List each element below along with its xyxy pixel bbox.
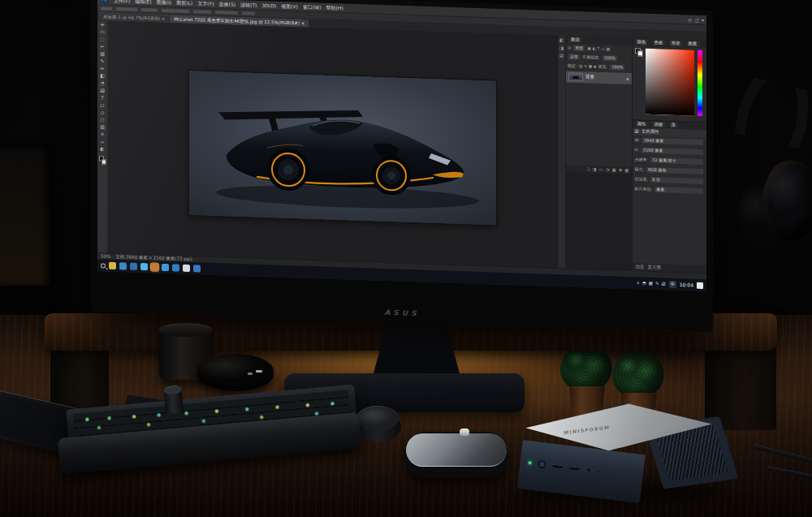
- color-panel-tab[interactable]: 颜色: [635, 39, 649, 45]
- menu-item[interactable]: 文字(Y): [195, 0, 216, 8]
- options-control[interactable]: [162, 9, 189, 13]
- opacity-value[interactable]: 100%: [602, 54, 618, 62]
- options-control[interactable]: [141, 8, 158, 12]
- properties-footer-tab[interactable]: 信息: [636, 265, 645, 269]
- menu-item[interactable]: 编辑(E): [132, 0, 153, 6]
- collapsed-panel-icon[interactable]: ◧: [559, 38, 564, 43]
- layers-footer-icon[interactable]: ◨: [592, 167, 596, 172]
- usb-c-port: [569, 466, 580, 471]
- color-panel-tabs: 颜色色板渐变图案: [633, 38, 706, 48]
- collapsed-panel-icon[interactable]: ▤: [559, 54, 564, 58]
- tool-icon[interactable]: ◐: [100, 146, 104, 153]
- lock-label: 锁定:: [568, 63, 577, 67]
- menu-item[interactable]: 帮助(H): [324, 3, 346, 12]
- menu-item[interactable]: 文件(F): [111, 0, 132, 5]
- notifications-icon[interactable]: [697, 282, 703, 288]
- layers-footer-icon[interactable]: ✚: [619, 168, 623, 173]
- fill-value[interactable]: 100%: [609, 63, 625, 71]
- workspace-icon[interactable]: ◫: [694, 17, 699, 22]
- color-panel-tab[interactable]: 图案: [686, 41, 700, 47]
- options-control[interactable]: [242, 11, 255, 15]
- workspace-icon[interactable]: ◎: [688, 17, 692, 22]
- tray-icon[interactable]: ▦: [649, 282, 653, 287]
- options-control[interactable]: [193, 10, 211, 14]
- zoom-level[interactable]: 50%: [101, 254, 110, 259]
- width-label: W:: [635, 138, 640, 142]
- properties-footer-tab[interactable]: 直方图: [648, 265, 662, 269]
- app-light[interactable]: [183, 265, 190, 272]
- speaker-silhouette: [0, 148, 50, 286]
- layers-column: 图层 ◎ 类型 ▣ ◐ T ▭ ▦ 正常 不透明度: 100%: [566, 36, 633, 270]
- menu-item[interactable]: 视图(V): [279, 2, 300, 11]
- plant-foliage: [612, 351, 664, 399]
- options-control[interactable]: [215, 11, 238, 15]
- ime-indicator[interactable]: 中: [669, 281, 676, 288]
- ruler-label: 标尺单位:: [635, 187, 653, 192]
- layer-filter-select[interactable]: 类型: [572, 45, 585, 53]
- layer-filter-type-icons[interactable]: ▣ ◐ T ▭ ▦: [587, 46, 610, 51]
- taskbar-apps: [109, 262, 201, 273]
- properties-panel-tab[interactable]: 库: [669, 122, 679, 128]
- photoshop-toolbar: ✛▭◌✂▨✎✏◧◔▤T◻◇○▥✕▱◐: [97, 20, 108, 252]
- app-explorer[interactable]: [109, 262, 116, 269]
- color-panel-tab[interactable]: 渐变: [669, 40, 683, 46]
- properties-panel-tab[interactable]: 调整: [652, 122, 666, 128]
- tray-icon[interactable]: ∧: [637, 281, 640, 286]
- tray-icon[interactable]: ◓: [642, 281, 646, 286]
- taskbar-clock[interactable]: 10:04: [680, 282, 693, 288]
- menu-item[interactable]: 3D(D): [259, 1, 279, 10]
- app-photoshop[interactable]: [151, 263, 158, 270]
- search-icon[interactable]: [101, 263, 106, 268]
- options-tool-preset[interactable]: [101, 6, 112, 10]
- foreground-background-swatch[interactable]: [99, 156, 106, 164]
- mini-pc: MINISFORUM: [516, 403, 724, 502]
- app-mail[interactable]: [130, 263, 137, 270]
- saturation-brightness-field[interactable]: [646, 49, 695, 116]
- layers-footer-icon[interactable]: ▭: [598, 167, 603, 172]
- menu-item[interactable]: 图层(L): [174, 0, 195, 7]
- menu-item[interactable]: 选择(S): [217, 0, 239, 9]
- control-dial: [354, 404, 401, 445]
- blend-mode-select[interactable]: 正常: [568, 53, 581, 61]
- menu-item[interactable]: 窗口(W): [300, 2, 324, 11]
- app-edge[interactable]: [119, 262, 127, 269]
- tray-icon[interactable]: ✎: [655, 282, 659, 287]
- lock-icons[interactable]: ▨ ✛ ▣ ▪: [579, 64, 597, 69]
- properties-panel-tab[interactable]: 属性: [635, 121, 649, 127]
- width-value[interactable]: 3840 像素: [641, 136, 704, 146]
- app-blue2[interactable]: [193, 265, 201, 272]
- monitor: Ps 文件(F)编辑(E)图像(I)图层(L)文字(Y)选择(S)滤镜(T)3D…: [91, 0, 713, 332]
- system-tray: ∧◓▦✎▤: [637, 281, 666, 287]
- tab-layers[interactable]: 图层: [568, 37, 582, 43]
- options-control[interactable]: [116, 7, 137, 11]
- front-ports: [528, 459, 635, 480]
- tray-icon[interactable]: ▤: [662, 282, 666, 287]
- resolution-label: 分辨率:: [635, 157, 649, 162]
- app-blue[interactable]: [172, 264, 179, 271]
- app-store[interactable]: [140, 263, 148, 270]
- tool-list: ✛▭◌✂▨✎✏◧◔▤T◻◇○▥✕▱◐: [100, 22, 105, 153]
- layer-filter-icon[interactable]: ◎: [568, 45, 571, 50]
- color-panel-tab[interactable]: 色板: [652, 40, 666, 46]
- layers-footer-icon[interactable]: ▦: [624, 169, 628, 174]
- layers-footer-icon[interactable]: ⌸: [587, 167, 590, 172]
- layers-footer-icon[interactable]: ◔: [606, 168, 610, 173]
- resolution-value[interactable]: 72 像素/英寸: [650, 157, 704, 166]
- menu-item[interactable]: 滤镜(T): [238, 1, 259, 10]
- app-teal[interactable]: [162, 264, 169, 271]
- background-color: [637, 50, 643, 56]
- layers-footer-icon[interactable]: ▣: [612, 168, 616, 173]
- collapsed-panel-icon[interactable]: ◨: [559, 46, 564, 51]
- menu-item[interactable]: 图像(I): [154, 0, 174, 6]
- height-value[interactable]: 2160 像素: [641, 146, 704, 156]
- mode-value[interactable]: RGB 颜色: [646, 166, 704, 175]
- layer-row-background[interactable]: 背景 ▪: [566, 71, 632, 84]
- color-swatch-pair[interactable]: [635, 48, 643, 56]
- desk-scene: Ps 文件(F)编辑(E)图像(I)图层(L)文字(Y)选择(S)滤镜(T)3D…: [0, 0, 812, 517]
- depth-value[interactable]: 8 位: [650, 176, 704, 185]
- hue-slider[interactable]: [698, 50, 702, 116]
- photoshop-canvas: [108, 21, 557, 268]
- workspace-icon[interactable]: ▾: [702, 17, 704, 22]
- depth-label: 位深度:: [635, 177, 649, 182]
- ruler-value[interactable]: 像素: [654, 186, 704, 195]
